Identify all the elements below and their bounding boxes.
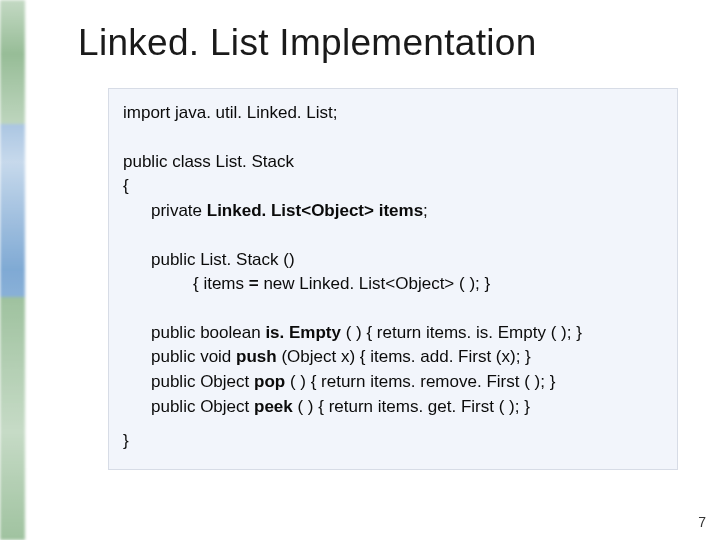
sidebar-overlay [0, 0, 40, 540]
code-line-pop: public Object pop ( ) { return items. re… [123, 370, 663, 395]
code-bold: is. Empty [265, 323, 345, 342]
code-text: public Object [151, 372, 254, 391]
code-text: ( ) { return items. is. Empty ( ); } [346, 323, 582, 342]
code-content: import java. util. Linked. List; public … [123, 101, 663, 454]
code-text: public boolean [151, 323, 265, 342]
blank-line [123, 126, 663, 150]
code-line-close-brace: } [123, 429, 663, 454]
code-line-push: public void push (Object x) { items. add… [123, 345, 663, 370]
page-number: 7 [698, 514, 706, 530]
code-text: ( ) { return items. remove. First ( ); } [290, 372, 555, 391]
code-line-field: private Linked. List<Object> items; [123, 199, 663, 224]
slide: Linked. List Implementation import java.… [0, 0, 720, 540]
code-text: new Linked. List<Object> ( ); } [263, 274, 490, 293]
code-text: (Object x) { items. add. First (x); } [281, 347, 530, 366]
blank-line [123, 419, 663, 429]
blank-line [123, 297, 663, 321]
code-line-ctor-sig: public List. Stack () [123, 248, 663, 273]
code-bold: peek [254, 397, 297, 416]
code-line-import: import java. util. Linked. List; [123, 101, 663, 126]
code-bold: = [249, 274, 264, 293]
code-text: ; [423, 201, 428, 220]
code-line-ctor-body: { items = new Linked. List<Object> ( ); … [123, 272, 663, 297]
code-bold: pop [254, 372, 290, 391]
code-line-class-decl: public class List. Stack [123, 150, 663, 175]
slide-title: Linked. List Implementation [78, 22, 537, 64]
code-text: ( ) { return items. get. First ( ); } [297, 397, 529, 416]
code-text: public void [151, 347, 236, 366]
code-line-open-brace: { [123, 174, 663, 199]
code-text: { items [193, 274, 249, 293]
decorative-sidebar [0, 0, 40, 540]
code-line-isempty: public boolean is. Empty ( ) { return it… [123, 321, 663, 346]
blank-line [123, 224, 663, 248]
code-text: private [151, 201, 207, 220]
code-bold: push [236, 347, 281, 366]
code-text: public Object [151, 397, 254, 416]
code-bold: Linked. List<Object> items [207, 201, 423, 220]
code-box: import java. util. Linked. List; public … [108, 88, 678, 470]
code-line-peek: public Object peek ( ) { return items. g… [123, 395, 663, 420]
